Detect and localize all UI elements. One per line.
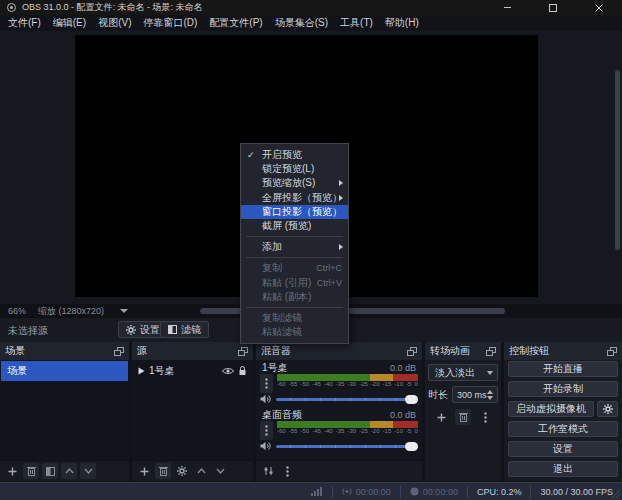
transitions-header[interactable]: 转场动画 <box>425 342 501 360</box>
volume-slider-handle[interactable] <box>405 442 418 451</box>
transition-select[interactable]: 淡入淡出 <box>428 364 498 381</box>
filters-button-label: 滤镜 <box>181 323 201 337</box>
close-button[interactable] <box>576 0 622 15</box>
vertical-scrollbar[interactable] <box>615 70 620 250</box>
lock-icon[interactable] <box>238 366 247 376</box>
mixer-channel-menu-button[interactable] <box>260 421 273 440</box>
menu-item-paste-filters[interactable]: 粘贴滤镜 <box>241 325 348 339</box>
volume-slider[interactable] <box>276 398 418 401</box>
start-recording-button[interactable]: 开始录制 <box>508 381 618 397</box>
menu-item-preview-zoom[interactable]: 预览缩放(S) <box>241 176 348 190</box>
controls-header[interactable]: 控制按钮 <box>504 342 622 360</box>
mixer-channel-name: 1号桌 <box>262 362 288 373</box>
minimize-button[interactable] <box>484 0 530 15</box>
scenes-header[interactable]: 场景 <box>0 342 129 360</box>
resize-grip[interactable] <box>611 489 621 499</box>
advanced-audio-icon[interactable] <box>260 463 276 479</box>
source-name: 1号桌 <box>149 364 175 378</box>
stream-timer: 00:00:00 <box>332 486 400 498</box>
popout-icon[interactable] <box>486 347 496 356</box>
transition-menu-button[interactable] <box>477 409 493 425</box>
source-filters-button[interactable]: 滤镜 <box>160 321 209 338</box>
source-up-button[interactable] <box>193 463 209 479</box>
menu-item-enable-preview[interactable]: ✓开启预览 <box>241 148 348 162</box>
volume-slider-handle[interactable] <box>405 395 418 404</box>
mixer-toolbar <box>256 460 422 481</box>
stream-time: 00:00:00 <box>356 487 391 497</box>
sources-title: 源 <box>137 344 147 358</box>
scenes-panel: 场景 场景 <box>0 342 129 481</box>
menu-item-copy-filters[interactable]: 复制滤镜 <box>241 311 348 325</box>
eye-icon[interactable] <box>222 367 234 375</box>
filter-icon <box>168 325 177 334</box>
speaker-icon[interactable] <box>260 394 271 404</box>
record-timer: 00:00:00 <box>400 486 467 498</box>
remove-source-button[interactable] <box>155 463 171 479</box>
source-down-button[interactable] <box>212 463 228 479</box>
title-bar: OBS 31.0.0 - 配置文件: 未命名 - 场景: 未命名 <box>0 0 622 15</box>
scene-filters-button[interactable] <box>42 463 58 479</box>
fps-indicator: 30.00 / 30.00 FPS <box>530 486 622 498</box>
sources-header[interactable]: 源 <box>132 342 253 360</box>
checkmark-icon: ✓ <box>247 150 255 160</box>
remove-transition-button[interactable] <box>455 409 471 425</box>
popout-icon[interactable] <box>607 347 617 356</box>
add-source-button[interactable] <box>136 463 152 479</box>
network-status <box>302 486 332 498</box>
virtual-camera-settings-button[interactable] <box>597 401 618 417</box>
studio-mode-button[interactable]: 工作室模式 <box>508 421 618 437</box>
add-transition-button[interactable] <box>433 409 449 425</box>
menu-item-fullscreen-projector[interactable]: 全屏投影（预览） <box>241 191 348 205</box>
popout-icon[interactable] <box>238 347 248 356</box>
start-streaming-button[interactable]: 开始直播 <box>508 361 618 377</box>
volume-meter <box>277 421 418 428</box>
menu-item-paste-reference[interactable]: 粘贴 (引用)Ctrl+V <box>241 276 348 290</box>
menu-file[interactable]: 文件(F) <box>2 16 47 30</box>
start-virtual-camera-button[interactable]: 启动虚拟摄像机 <box>508 401 594 417</box>
controls-panel: 控制按钮 开始直播 开始录制 启动虚拟摄像机 工作室模式 设置 退出 <box>504 342 622 481</box>
record-time: 00:00:00 <box>423 487 458 497</box>
popout-icon[interactable] <box>114 347 124 356</box>
menu-profile[interactable]: 配置文件(P) <box>203 16 268 30</box>
menu-item-screenshot[interactable]: 截屏 (预览) <box>241 219 348 233</box>
menu-item-lock-preview[interactable]: 锁定预览(L) <box>241 162 348 176</box>
mixer-channel-menu-button[interactable] <box>260 374 273 393</box>
menu-item-paste-duplicate[interactable]: 粘贴 (副本) <box>241 290 348 304</box>
dock-area: 场景 场景 源 1号桌 <box>0 342 622 481</box>
menu-item-add[interactable]: 添加 <box>241 240 348 254</box>
transition-selected: 淡入淡出 <box>429 366 475 380</box>
add-scene-button[interactable] <box>4 463 20 479</box>
sources-panel: 源 1号桌 <box>132 342 253 481</box>
menu-scene-collection[interactable]: 场景集合(S) <box>269 16 334 30</box>
maximize-button[interactable] <box>530 0 576 15</box>
source-list-item[interactable]: 1号桌 <box>133 361 252 381</box>
remove-scene-button[interactable] <box>23 463 39 479</box>
menu-tools[interactable]: 工具(T) <box>334 16 379 30</box>
scene-list-item[interactable]: 场景 <box>1 361 128 381</box>
menu-view[interactable]: 视图(V) <box>92 16 137 30</box>
menu-item-copy[interactable]: 复制Ctrl+C <box>241 261 348 275</box>
volume-slider[interactable] <box>276 445 418 448</box>
exit-button[interactable]: 退出 <box>508 461 618 477</box>
source-properties-gear-button[interactable] <box>174 463 190 479</box>
duration-spinbox[interactable]: 300 ms <box>452 386 498 403</box>
mixer-menu-button[interactable] <box>279 463 295 479</box>
zoom-dropdown-icon[interactable] <box>120 309 128 313</box>
meter-scale: -60-55-50-45-40-35-30-25-20-15-10-50 <box>277 428 418 435</box>
spinner-arrows-icon[interactable] <box>487 390 493 400</box>
controls-title: 控制按钮 <box>509 344 549 358</box>
sources-toolbar <box>132 460 253 481</box>
scenes-toolbar <box>0 460 129 481</box>
popout-icon[interactable] <box>407 347 417 356</box>
menu-item-window-projector[interactable]: 窗口投影（预览） <box>241 205 348 219</box>
mixer-header[interactable]: 混音器 <box>256 342 422 360</box>
settings-button[interactable]: 设置 <box>508 441 618 457</box>
mixer-channel-name: 桌面音频 <box>262 409 302 420</box>
menu-edit[interactable]: 编辑(E) <box>47 16 92 30</box>
menu-help[interactable]: 帮助(H) <box>379 16 425 30</box>
scene-up-button[interactable] <box>61 463 77 479</box>
scene-down-button[interactable] <box>80 463 96 479</box>
submenu-arrow-icon <box>339 195 343 201</box>
menu-docks[interactable]: 停靠窗口(D) <box>137 16 203 30</box>
speaker-icon[interactable] <box>260 441 271 451</box>
